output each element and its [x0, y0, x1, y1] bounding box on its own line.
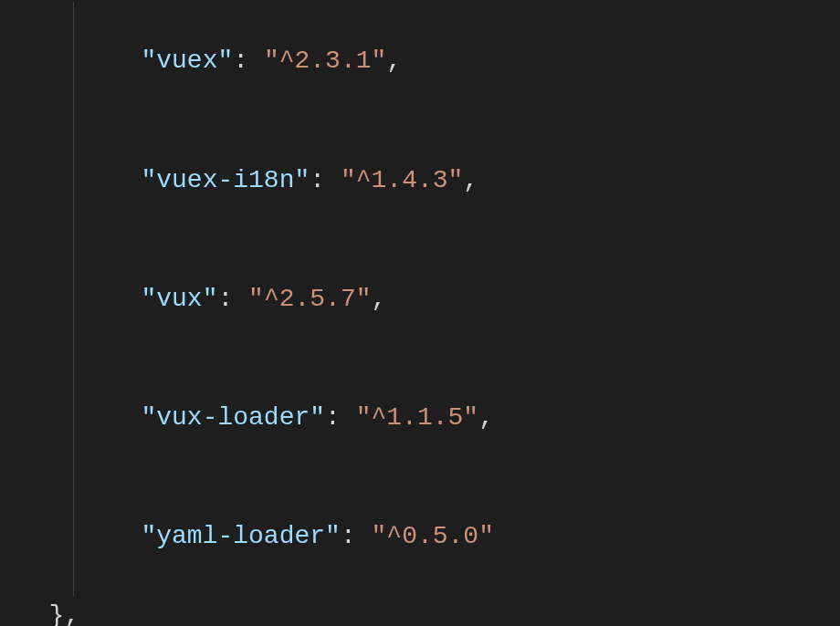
code-editor[interactable]: "vuex": "^2.3.1", "vuex-i18n": "^1.4.3",…: [0, 0, 840, 626]
comma: ,: [386, 47, 402, 75]
code-line: "vuex-i18n": "^1.4.3",: [18, 120, 840, 239]
json-key: vuex: [156, 47, 217, 75]
json-key: yaml-loader: [156, 522, 325, 550]
json-value: ^0.5.0: [386, 522, 478, 550]
colon: :: [233, 47, 264, 75]
code-line: "vux": "^2.5.7",: [18, 239, 840, 358]
json-value: ^1.1.5: [372, 403, 464, 432]
json-key: vuex-i18n: [156, 166, 294, 194]
json-value: ^1.4.3: [356, 166, 448, 194]
code-line: "vux-loader": "^1.1.5",: [18, 359, 840, 477]
code-line: "vuex": "^2.3.1",: [18, 2, 840, 120]
code-line: },: [18, 596, 840, 626]
json-value: ^2.3.1: [279, 47, 372, 75]
close-brace: },: [49, 601, 80, 626]
json-value: ^2.5.7: [264, 285, 356, 313]
json-key: vux: [156, 285, 202, 313]
code-line: "yaml-loader": "^0.5.0": [18, 477, 840, 596]
json-key: vux-loader: [156, 403, 310, 432]
